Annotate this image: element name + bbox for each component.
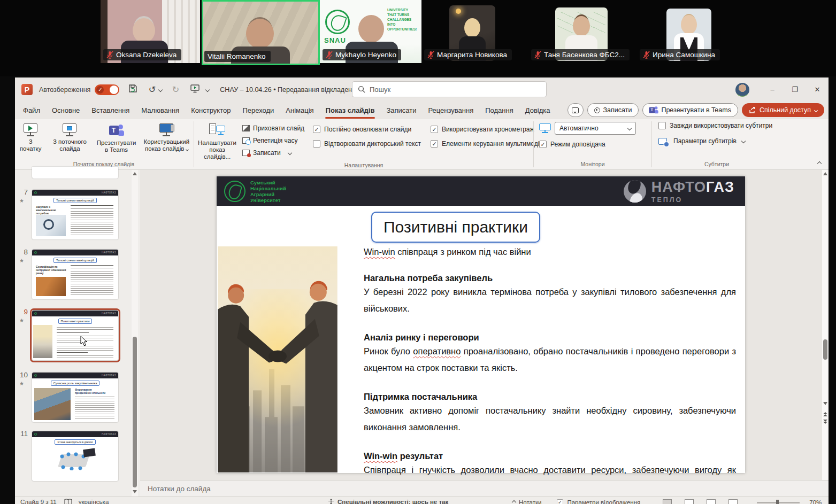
notes-toggle[interactable]: Нотатки xyxy=(519,499,541,504)
record-slideshow-button[interactable]: Записати xyxy=(242,148,304,158)
custom-slideshow-button[interactable]: Користувацький показ слайдів xyxy=(141,122,193,154)
always-use-subtitles-checkbox[interactable]: Завжди використовувати субтитри xyxy=(658,122,772,129)
thumbnail-slide-7[interactable]: НАФТОГАЗ Типові схеми маніпуляцій Закупі… xyxy=(32,190,118,239)
tab-transitions[interactable]: Переходи xyxy=(236,102,280,119)
record-slideshow-icon xyxy=(242,150,250,156)
slide-thumbnail-panel: 7 ★ НАФТОГАЗ Типові схеми маніпуляцій За… xyxy=(15,170,140,497)
redo-icon[interactable]: ↻ xyxy=(170,84,181,95)
search-input[interactable]: Пошук xyxy=(352,81,547,97)
autosave-toggle[interactable]: ✓ xyxy=(95,84,119,95)
comments-button[interactable] xyxy=(567,103,584,117)
notes-placeholder: Нотатки до слайда xyxy=(148,485,211,493)
zoom-slider-handle[interactable] xyxy=(776,500,779,504)
undo-chevron-icon[interactable] xyxy=(158,87,163,91)
main-scrollbar[interactable] xyxy=(822,170,829,480)
section-paragraph: У березні 2022 року виникла термінова по… xyxy=(364,284,736,317)
notes-pane[interactable]: Нотатки до слайда xyxy=(140,480,829,497)
subtitle-settings-button[interactable]: Параметри субтитрів xyxy=(658,136,745,146)
tab-home[interactable]: Основне xyxy=(46,102,86,119)
slide-sorter-view-button[interactable] xyxy=(685,499,694,504)
thumbnail-slide-11[interactable]: НАФТОГАЗ Істина знаходиться в діалозі xyxy=(32,431,118,481)
play-narrations-checkbox[interactable]: Відтворювати дикторський текст xyxy=(313,140,421,148)
close-button[interactable]: ✕ xyxy=(806,77,829,102)
record-button[interactable]: Записати xyxy=(587,103,639,117)
title-bar: P Автозбереження ✓ ↺ ↻ СНАУ – 10.04.26 •… xyxy=(15,77,829,102)
participant-head xyxy=(133,18,155,43)
keep-slides-updated-checkbox[interactable]: Постійно оновлювати слайди xyxy=(313,126,421,133)
share-button[interactable]: Спільний доступ xyxy=(742,103,824,117)
quick-access-overflow-icon[interactable] xyxy=(205,87,210,91)
participant-name: Mykhaylo Heyenko xyxy=(335,51,396,59)
minimize-button[interactable]: – xyxy=(761,77,784,102)
mini-board-graphic xyxy=(83,448,96,458)
tab-help[interactable]: Довідка xyxy=(519,102,556,119)
mini-slide-title: Типові схеми маніпуляцій xyxy=(53,258,97,263)
tab-review[interactable]: Рецензування xyxy=(422,102,479,119)
present-in-teams-ribbon-button[interactable]: T Презентувати в Teams xyxy=(93,122,139,155)
participant-name-pill: Mykhaylo Heyenko xyxy=(323,49,401,60)
thumbnail-slide-9-selected[interactable]: НАФТОГАЗ Позитивні практики xyxy=(32,311,118,360)
tab-draw[interactable]: Малювання xyxy=(135,102,185,119)
mini-logo-icon xyxy=(34,374,37,377)
participant-head xyxy=(246,19,274,49)
slide-body-text[interactable]: Win-win співпраця з ринком під час війни… xyxy=(364,247,736,495)
rehearse-timings-icon xyxy=(242,137,250,144)
save-icon[interactable] xyxy=(127,84,139,95)
from-beginning-button[interactable]: З початку xyxy=(15,122,46,154)
tab-view[interactable]: Подання xyxy=(479,102,519,119)
accessibility-status[interactable]: Спеціальні можливості: щось не так xyxy=(338,499,448,504)
checkbox-checked-icon xyxy=(539,141,547,148)
setup-slideshow-button[interactable]: Налаштувати показ слайдів... xyxy=(195,122,239,162)
scrollbar-thumb[interactable] xyxy=(823,339,827,360)
scroll-up-icon[interactable] xyxy=(823,172,827,175)
normal-view-button[interactable] xyxy=(663,499,672,504)
tab-record[interactable]: Записати xyxy=(380,102,422,119)
scrollbar-thumb[interactable] xyxy=(133,337,137,487)
thumbnail-slide-6-partial[interactable] xyxy=(32,167,118,179)
scroll-down-icon[interactable] xyxy=(823,402,827,405)
slide-title-box[interactable]: Позитивні практики xyxy=(371,212,540,243)
mini-photo xyxy=(33,325,52,358)
tab-animations[interactable]: Анімація xyxy=(280,102,319,119)
group-label-subtitles: Субтитри xyxy=(653,161,780,169)
presenter-view-checkbox[interactable]: Режим доповідача xyxy=(539,141,605,148)
tab-insert[interactable]: Вставлення xyxy=(86,102,135,119)
rehearse-timings-button[interactable]: Репетиція часу xyxy=(242,135,304,146)
account-avatar[interactable] xyxy=(735,83,749,97)
handshake-photo[interactable] xyxy=(218,246,338,472)
undo-icon[interactable]: ↺ xyxy=(146,84,158,95)
present-in-teams-button[interactable]: T Презентувати в Teams xyxy=(642,103,738,117)
mini-caption: Формування професійної спільноти xyxy=(75,388,107,394)
document-title[interactable]: СНАУ – 10.04.26 • Передавання відкладено xyxy=(220,86,363,94)
use-timings-checkbox[interactable]: Використовувати хронометраж xyxy=(431,126,543,133)
thumbnail-slide-8[interactable]: НАФТОГАЗ Типові схеми маніпуляцій Сертиф… xyxy=(32,250,118,299)
hide-slide-button[interactable]: Приховати слайд xyxy=(242,123,304,134)
tab-file[interactable]: Файл xyxy=(17,102,46,119)
scroll-down-icon[interactable] xyxy=(133,490,137,493)
scroll-up-icon[interactable] xyxy=(133,172,137,175)
display-settings[interactable]: Параметри відображення xyxy=(567,499,640,504)
mini-caption: Закупівлі з максимальною потребою xyxy=(36,205,64,215)
tab-design[interactable]: Конструктор xyxy=(185,102,236,119)
from-current-slide-button[interactable]: З поточного слайда xyxy=(47,122,92,154)
thumbnail-slide-10[interactable]: НАФТОГАЗ Сучасна роль закупівельника Фор… xyxy=(32,373,118,422)
ribbon-group-setup: Налаштувати показ слайдів... Приховати с… xyxy=(195,119,532,169)
slideshow-view-button[interactable] xyxy=(728,499,738,504)
setup-slideshow-icon xyxy=(209,123,225,137)
reading-view-button[interactable] xyxy=(707,499,716,504)
university-logo-icon xyxy=(224,181,246,202)
tab-slideshow[interactable]: Показ слайдів xyxy=(320,102,381,119)
spellcheck-book-icon[interactable] xyxy=(64,499,72,504)
next-slide-button[interactable] xyxy=(822,417,829,427)
monitor-dropdown[interactable]: Автоматично xyxy=(555,122,636,135)
collapse-ribbon-icon[interactable] xyxy=(817,161,822,166)
naftogaz-logo-icon xyxy=(624,180,646,203)
current-slide[interactable]: Сумський Національний Аграрний Університ… xyxy=(217,176,745,473)
thumbnail-scrollbar[interactable] xyxy=(132,170,138,497)
restore-button[interactable]: ❐ xyxy=(784,77,806,102)
slideshow-quick-icon[interactable] xyxy=(189,84,201,95)
language-indicator[interactable]: українська xyxy=(79,499,109,504)
zoom-level[interactable]: 70% xyxy=(809,499,822,504)
zoom-slider[interactable] xyxy=(757,502,800,503)
media-controls-checkbox[interactable]: Елементи керування мультимедіа xyxy=(431,140,543,148)
